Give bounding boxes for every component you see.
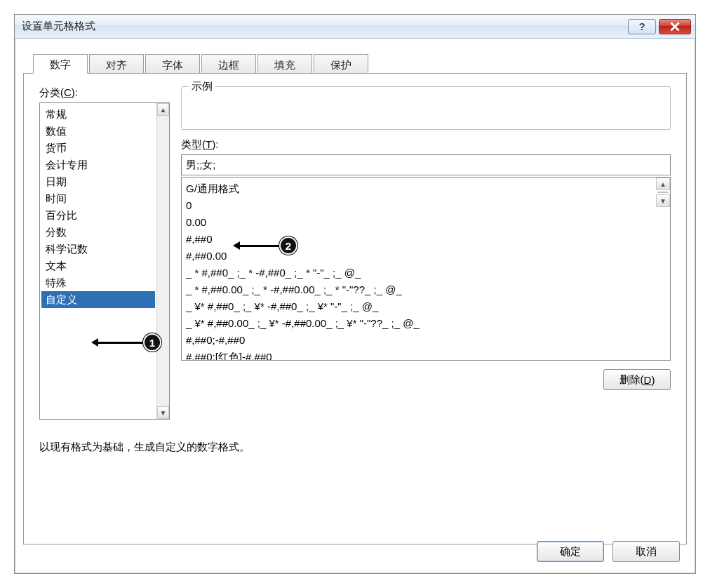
tab-font[interactable]: 字体 <box>145 54 200 74</box>
type-items: G/通用格式 0 0.00 #,##0 #,##0.00 _ * #,##0_ … <box>182 178 656 360</box>
list-item[interactable]: _ ¥* #,##0_ ;_ ¥* -#,##0_ ;_ ¥* "-"_ ;_ … <box>186 298 652 315</box>
sample-legend: 示例 <box>189 80 215 93</box>
scroll-down-icon[interactable]: ▼ <box>157 406 169 419</box>
hint-text: 以现有格式为基础，生成自定义的数字格式。 <box>39 441 671 454</box>
scroll-thumb[interactable] <box>657 192 669 193</box>
type-scrollbar[interactable]: ▲ ▼ <box>656 178 670 360</box>
main-row: 分类(C): 常规 数值 货币 会计专用 日期 时间 百分比 分数 科学记数 <box>39 86 671 420</box>
list-item[interactable]: 特殊 <box>41 274 155 291</box>
delete-button[interactable]: 删除(D) <box>603 369 671 390</box>
cancel-button[interactable]: 取消 <box>612 541 680 562</box>
type-label: 类型(T): <box>181 138 671 152</box>
delete-row: 删除(D) <box>181 369 671 390</box>
list-item[interactable]: #,##0.00 <box>186 248 652 265</box>
list-item[interactable]: 文本 <box>41 258 155 274</box>
list-item[interactable]: _ * #,##0_ ;_ * -#,##0_ ;_ * "-"_ ;_ @_ <box>186 265 652 281</box>
dialog-footer: 确定 取消 <box>537 541 680 562</box>
tab-alignment[interactable]: 对齐 <box>89 54 144 74</box>
sample-groupbox: 示例 <box>181 86 671 130</box>
help-button[interactable]: ? <box>628 19 656 34</box>
list-item[interactable]: #,##0;[红色]-#,##0 <box>186 349 652 360</box>
category-listbox[interactable]: 常规 数值 货币 会计专用 日期 时间 百分比 分数 科学记数 文本 特殊 自定… <box>39 102 170 420</box>
category-items: 常规 数值 货币 会计专用 日期 时间 百分比 分数 科学记数 文本 特殊 自定… <box>40 103 156 419</box>
scroll-up-icon[interactable]: ▲ <box>157 103 169 116</box>
list-item[interactable]: _ * #,##0.00_ ;_ * -#,##0.00_ ;_ * "-"??… <box>186 281 652 298</box>
list-item[interactable]: 分数 <box>41 224 155 241</box>
ok-button[interactable]: 确定 <box>537 541 604 562</box>
list-item[interactable]: 日期 <box>41 173 155 190</box>
list-item[interactable]: 时间 <box>41 190 155 207</box>
close-icon <box>670 22 680 32</box>
scroll-up-icon[interactable]: ▲ <box>656 178 670 190</box>
list-item[interactable]: #,##0;-#,##0 <box>186 332 652 349</box>
type-listbox[interactable]: G/通用格式 0 0.00 #,##0 #,##0.00 _ * #,##0_ … <box>181 177 671 361</box>
list-item[interactable]: 科学记数 <box>41 241 155 258</box>
scroll-track[interactable] <box>157 116 169 406</box>
type-input[interactable] <box>181 154 671 175</box>
tab-panel-number: 分类(C): 常规 数值 货币 会计专用 日期 时间 百分比 分数 科学记数 <box>23 73 687 544</box>
list-item[interactable]: 0.00 <box>186 214 652 231</box>
list-item[interactable]: G/通用格式 <box>186 180 652 197</box>
list-item[interactable]: _ ¥* #,##0.00_ ;_ ¥* -#,##0.00_ ;_ ¥* "-… <box>186 315 652 332</box>
list-item[interactable]: 数值 <box>41 123 155 140</box>
right-column: 示例 类型(T): G/通用格式 0 0.00 #,##0 #,##0. <box>181 86 671 420</box>
format-cells-dialog: 设置单元格格式 ? 数字 对齐 字体 边框 填充 保护 分类(C): <box>14 14 696 574</box>
window-controls: ? <box>628 19 691 34</box>
list-item[interactable]: 会计专用 <box>41 156 155 173</box>
window-title: 设置单元格格式 <box>22 20 95 33</box>
help-icon: ? <box>638 20 645 32</box>
scroll-down-icon[interactable]: ▼ <box>656 194 670 207</box>
tab-protection[interactable]: 保护 <box>314 54 368 74</box>
list-item-custom[interactable]: 自定义 <box>41 291 155 308</box>
list-item[interactable]: 货币 <box>41 140 155 156</box>
close-button[interactable] <box>659 19 691 34</box>
left-column: 分类(C): 常规 数值 货币 会计专用 日期 时间 百分比 分数 科学记数 <box>39 86 170 420</box>
client-area: 数字 对齐 字体 边框 填充 保护 分类(C): 常规 数值 货币 <box>18 41 692 570</box>
list-item[interactable]: 常规 <box>41 106 155 123</box>
category-label: 分类(C): <box>39 86 170 100</box>
titlebar: 设置单元格格式 ? <box>15 15 695 39</box>
tab-number[interactable]: 数字 <box>33 54 88 74</box>
tabstrip: 数字 对齐 字体 边框 填充 保护 <box>18 41 692 74</box>
tab-border[interactable]: 边框 <box>201 54 256 74</box>
category-scrollbar[interactable]: ▲ ▼ <box>156 103 169 419</box>
list-item[interactable]: 0 <box>186 197 652 214</box>
list-item[interactable]: #,##0 <box>186 231 652 248</box>
tab-fill[interactable]: 填充 <box>257 54 312 74</box>
list-item[interactable]: 百分比 <box>41 207 155 224</box>
